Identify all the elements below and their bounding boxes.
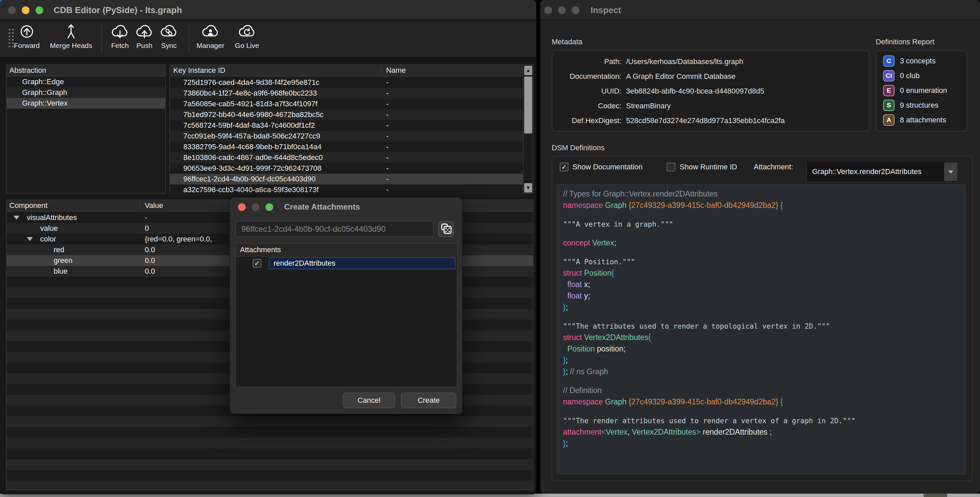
toolbar-button-forward[interactable]: Forward	[8, 22, 45, 56]
table-row[interactable]: 83382795-9ad4-4c68-9beb-b71bf0ca14a4-	[170, 142, 523, 152]
toolbar-button-label: Fetch	[105, 41, 135, 49]
close-button[interactable]	[238, 203, 246, 211]
key-instance-id-cell: 7c568724-59bf-4daf-8a34-7c4600df1cf2	[183, 120, 315, 131]
code-token-doc: """The attributes used to render a topol…	[563, 322, 830, 330]
minimize-button[interactable]	[558, 6, 566, 14]
key-instance-id-cell: 7a56085e-cab5-4921-81d3-a7f3c4f1097f	[183, 99, 317, 109]
abstraction-item-graph-edge[interactable]: Graph::Edge	[7, 76, 165, 87]
code-token-pl: ;	[614, 239, 616, 247]
code-token-doc: """A Position."""	[563, 258, 635, 266]
component-cell: value	[40, 223, 58, 234]
column-header-value[interactable]: Value	[145, 200, 163, 211]
attachment-row[interactable]: ✓ render2DAttributes	[236, 256, 457, 270]
vertical-scrollbar[interactable]: ▲ ▼	[523, 65, 533, 193]
name-cell: -	[386, 88, 388, 99]
abstraction-item-graph-vertex[interactable]: Graph::Vertex	[7, 98, 165, 109]
value-cell: 0.0	[145, 266, 155, 277]
inspect-titlebar[interactable]: Inspect	[540, 0, 980, 20]
instance-id-input[interactable]: 96ffcec1-2cd4-4b0b-90cf-dc05c4403d90	[235, 221, 434, 237]
key-instance-id-cell: 73860bc4-1f27-4e8c-a9f6-968fe0bc2233	[183, 88, 317, 99]
attachments-list-header: Attachments	[236, 244, 457, 256]
table-row[interactable]: 8e103806-cadc-4867-ad0e-644d8c5edec0-	[170, 152, 523, 163]
toolbar-button-label: Push	[131, 41, 158, 49]
code-token-br: <	[601, 428, 606, 436]
scrollbar-thumb[interactable]	[524, 76, 532, 134]
dsm-code-view[interactable]: // Types for Graph::Vertex.render2DAttri…	[557, 185, 966, 474]
metadata-row: UUID:3eb8824b-abfb-4c90-bcea-d4480097d8d…	[552, 84, 869, 99]
create-button[interactable]: Create	[401, 393, 456, 408]
attachment-dropdown[interactable]: Graph::Vertex.render2DAttributes	[807, 161, 959, 182]
key-instance-id-cell: 8e103806-cadc-4867-ad0e-644d8c5edec0	[183, 152, 323, 163]
zoom-button[interactable]	[266, 203, 273, 211]
show-runtime-id-checkbox[interactable]	[667, 162, 675, 171]
code-line: // Definition	[563, 385, 959, 396]
code-line: namespace Graph {27c49329-a399-415c-baf0…	[563, 199, 959, 211]
zoom-button[interactable]	[572, 6, 579, 14]
report-item: S9 structures	[877, 98, 967, 113]
attachment-label: render2DAttributes	[269, 257, 455, 269]
toolbar-button-push[interactable]: Push	[131, 22, 158, 56]
code-blank-line	[563, 377, 959, 385]
column-divider[interactable]	[140, 202, 140, 209]
code-line: };	[563, 301, 959, 313]
table-row[interactable]: 7c568724-59bf-4daf-8a34-7c4600df1cf2-	[170, 120, 523, 131]
show-documentation-checkbox[interactable]: ✓	[560, 162, 568, 171]
name-cell: -	[386, 99, 388, 109]
code-token-flt: float	[563, 292, 584, 300]
cancel-button[interactable]: Cancel	[343, 393, 395, 408]
cl-badge-icon: Cl	[883, 70, 894, 81]
table-row[interactable]: 7cc091eb-59f4-457a-bda8-506c24727cc9-	[170, 131, 523, 142]
column-header-name[interactable]: Name	[386, 65, 406, 76]
code-token-br: {	[778, 201, 783, 210]
key-instance-id-cell: 96ffcec1-2cd4-4b0b-90cf-dc05c4403d90	[183, 174, 316, 185]
code-token-uuid: {27c49329-a399-415c-baf0-db42949d2ba2}	[629, 397, 778, 406]
desktop-bottom-patch	[924, 494, 947, 497]
table-row[interactable]: a32c7596-ccb3-4040-a6ca-59f3e308173f-	[170, 185, 523, 195]
table-row[interactable]: 96ffcec1-2cd4-4b0b-90cf-dc05c4403d90-	[170, 174, 523, 185]
table-row[interactable]: 90653ee9-3d3c-4d91-999f-72c962473708-	[170, 163, 523, 174]
table-row[interactable]: 7a56085e-cab5-4921-81d3-a7f3c4f1097f-	[170, 99, 523, 109]
metadata-label: Codec:	[552, 99, 621, 113]
table-row[interactable]: 7b1ed972-bb40-44e6-9980-4672ba82bc5c-	[170, 109, 523, 120]
minimize-button[interactable]	[22, 6, 30, 14]
scroll-up-arrow-icon[interactable]: ▲	[524, 66, 532, 75]
code-token-ty: Vertex2DAttributes	[584, 333, 649, 342]
toolbar-button-merge-heads[interactable]: Merge Heads	[46, 22, 96, 56]
expander-arrow-icon[interactable]	[13, 216, 19, 220]
close-button[interactable]	[8, 6, 16, 14]
scroll-down-arrow-icon[interactable]: ▼	[524, 183, 532, 193]
column-divider[interactable]	[381, 66, 382, 74]
random-uuid-button[interactable]	[438, 221, 454, 237]
code-token-br: }	[563, 367, 566, 376]
toolbar-button-go-live[interactable]: Go Live	[229, 22, 266, 56]
cdb-editor-titlebar[interactable]: CDB Editor (PySide) - lts.graph	[0, 0, 536, 20]
forward-circle-up-icon	[18, 22, 36, 41]
column-header-key-instance-id[interactable]: Key Instance ID	[173, 65, 225, 76]
zoom-button[interactable]	[35, 6, 43, 14]
toolbar-button-fetch[interactable]: Fetch	[105, 22, 135, 56]
toolbar-button-sync[interactable]: Sync	[156, 22, 182, 56]
toolbar-button-label: Go Live	[229, 41, 266, 49]
table-row[interactable]: 725d1976-caed-4da4-9d38-f4f2e95e871c-	[170, 77, 523, 88]
code-token-br: }	[563, 303, 566, 312]
table-row[interactable]: 73860bc4-1f27-4e8c-a9f6-968fe0bc2233-	[170, 88, 523, 99]
definitions-report-label: Definitions Report	[876, 38, 934, 46]
dialog-titlebar[interactable]: Create Attachments	[230, 198, 462, 216]
code-line: """A Position."""	[563, 256, 959, 267]
cloud-download-icon	[111, 22, 129, 41]
minimize-button[interactable]	[252, 203, 259, 211]
close-button[interactable]	[544, 6, 552, 14]
toolbar-button-label: Manager	[192, 41, 229, 49]
abstraction-item-graph-graph[interactable]: Graph::Graph	[7, 87, 165, 98]
expander-arrow-icon[interactable]	[27, 237, 33, 241]
metadata-label: Path:	[552, 54, 621, 69]
value-cell: 0	[145, 223, 149, 234]
chevron-down-icon[interactable]	[944, 162, 958, 181]
column-header-component[interactable]: Component	[10, 200, 48, 211]
toolbar-button-manager[interactable]: Manager	[192, 22, 229, 56]
value-cell: -	[145, 212, 147, 223]
code-token-uuid: {27c49329-a399-415c-baf0-db42949d2ba2}	[629, 201, 778, 210]
attachment-checkbox[interactable]: ✓	[253, 259, 261, 268]
metadata-section-label: Metadata	[552, 38, 582, 46]
code-token-kw: struct	[563, 333, 584, 342]
